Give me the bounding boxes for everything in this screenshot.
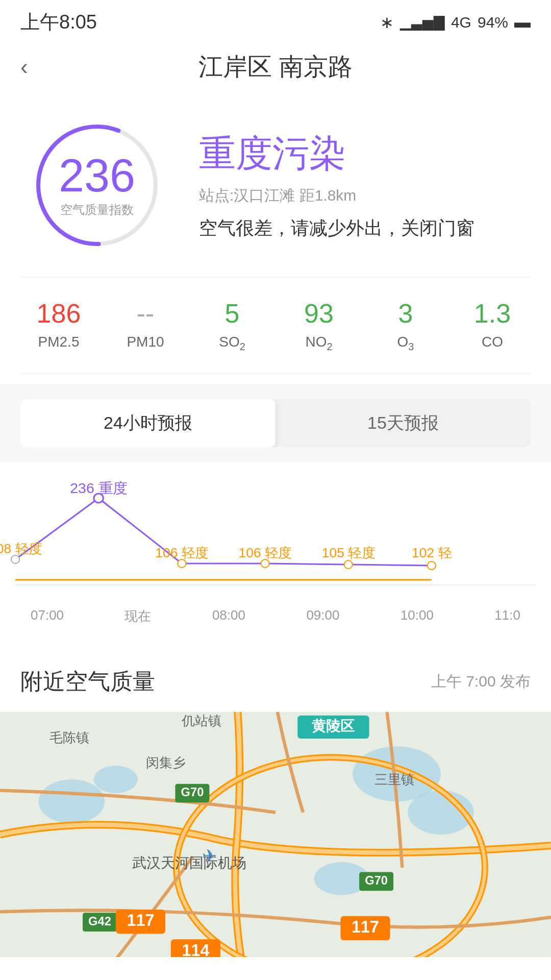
back-button[interactable]: ‹ bbox=[20, 54, 28, 80]
battery-icon: ▬ bbox=[514, 13, 531, 32]
status-icons: ∗ ▁▃▅▇ 4G 94% ▬ bbox=[380, 13, 531, 32]
gauge-center: 236 空气质量指数 bbox=[59, 153, 135, 218]
svg-point-16 bbox=[39, 779, 105, 823]
aqi-card: 236 空气质量指数 重度污染 站点:汉口江滩 距1.8km 空气很差，请减少外… bbox=[0, 99, 551, 277]
o3-label: O3 bbox=[362, 334, 449, 353]
divider-2 bbox=[20, 373, 531, 374]
signal-bars: ▁▃▅▇ bbox=[400, 14, 445, 31]
pm25-value: 186 bbox=[15, 298, 102, 329]
x-label-0800: 08:00 bbox=[212, 607, 245, 625]
o3-value: 3 bbox=[362, 298, 449, 329]
svg-text:106 轻度: 106 轻度 bbox=[239, 545, 292, 560]
svg-text:G42: G42 bbox=[88, 914, 111, 928]
nearby-section: 附近空气质量 上午 7:00 发布 bbox=[0, 646, 551, 957]
pm10-label: PM10 bbox=[102, 334, 189, 350]
svg-text:黄陵区: 黄陵区 bbox=[312, 718, 355, 734]
chart-x-labels: 07:00 现在 08:00 09:00 10:00 11:0 bbox=[15, 607, 536, 625]
no2-label: NO2 bbox=[276, 334, 362, 353]
svg-point-8 bbox=[428, 561, 436, 570]
pollutant-pm10: -- PM10 bbox=[102, 298, 189, 353]
so2-label: SO2 bbox=[189, 334, 276, 353]
svg-text:G70: G70 bbox=[365, 873, 388, 887]
bluetooth-icon: ∗ bbox=[380, 13, 394, 32]
pm25-label: PM2.5 bbox=[15, 334, 102, 350]
svg-text:108 轻度: 108 轻度 bbox=[0, 541, 42, 556]
svg-text:117: 117 bbox=[352, 918, 379, 936]
svg-text:闵集乡: 闵集乡 bbox=[146, 755, 186, 770]
nearby-header: 附近空气质量 上午 7:00 发布 bbox=[0, 667, 551, 712]
svg-text:毛陈镇: 毛陈镇 bbox=[49, 730, 89, 744]
svg-text:105 轻度: 105 轻度 bbox=[322, 545, 375, 560]
battery-percent: 94% bbox=[478, 14, 508, 31]
chart-wrapper: 236 重度 108 轻度 106 轻度 106 轻度 105 轻度 102 轻… bbox=[15, 488, 536, 621]
pollutant-o3: 3 O3 bbox=[362, 298, 449, 353]
x-label-0700: 07:00 bbox=[31, 607, 64, 625]
x-label-1100: 11:0 bbox=[494, 607, 520, 625]
pollutants-row: 186 PM2.5 -- PM10 5 SO2 93 NO2 3 O3 1.3 … bbox=[0, 278, 551, 373]
svg-point-7 bbox=[344, 560, 353, 569]
svg-text:仉站镇: 仉站镇 bbox=[181, 714, 221, 728]
svg-point-5 bbox=[178, 559, 186, 568]
no2-value: 93 bbox=[276, 298, 362, 329]
nearby-publish-time: 上午 7:00 发布 bbox=[431, 671, 531, 692]
svg-point-6 bbox=[261, 559, 269, 568]
aqi-status-text: 重度污染 bbox=[199, 129, 525, 178]
nearby-title: 附近空气质量 bbox=[20, 667, 155, 697]
aqi-value: 236 bbox=[59, 153, 135, 199]
svg-point-17 bbox=[94, 766, 138, 793]
svg-text:117: 117 bbox=[127, 911, 154, 929]
svg-text:236 重度: 236 重度 bbox=[70, 480, 127, 496]
tab-15d[interactable]: 15天预报 bbox=[276, 399, 531, 447]
aqi-info: 重度污染 站点:汉口江滩 距1.8km 空气很差，请减少外出，关闭门窗 bbox=[199, 129, 525, 242]
svg-point-4 bbox=[11, 555, 19, 564]
co-label: CO bbox=[449, 334, 536, 350]
aqi-index-label: 空气质量指数 bbox=[59, 202, 135, 218]
pollutant-no2: 93 NO2 bbox=[276, 298, 362, 353]
svg-text:106 轻度: 106 轻度 bbox=[155, 545, 208, 560]
page-title: 江岸区 南京路 bbox=[198, 51, 352, 83]
status-bar: 上午8:05 ∗ ▁▃▅▇ 4G 94% ▬ bbox=[0, 0, 551, 40]
chart-section: 236 重度 108 轻度 106 轻度 106 轻度 105 轻度 102 轻… bbox=[0, 468, 551, 636]
aqi-station: 站点:汉口江滩 距1.8km bbox=[199, 185, 525, 206]
svg-text:102 轻: 102 轻 bbox=[412, 545, 452, 560]
pollutant-pm25: 186 PM2.5 bbox=[15, 298, 102, 353]
tab-24h[interactable]: 24小时预报 bbox=[20, 399, 276, 447]
svg-text:114: 114 bbox=[182, 941, 209, 957]
so2-value: 5 bbox=[189, 298, 276, 329]
pm10-value: -- bbox=[102, 298, 189, 329]
network-type: 4G bbox=[451, 14, 471, 31]
svg-text:G70: G70 bbox=[181, 785, 204, 799]
x-label-now: 现在 bbox=[124, 607, 151, 625]
pollutant-co: 1.3 CO bbox=[449, 298, 536, 353]
header: ‹ 江岸区 南京路 bbox=[0, 40, 551, 99]
x-label-1000: 10:00 bbox=[400, 607, 434, 625]
x-label-0900: 09:00 bbox=[306, 607, 339, 625]
co-value: 1.3 bbox=[449, 298, 536, 329]
tab-bar: 24小时预报 15天预报 bbox=[20, 399, 531, 447]
aqi-gauge: 236 空气质量指数 bbox=[26, 114, 168, 257]
aqi-advice: 空气很差，请减少外出，关闭门窗 bbox=[199, 214, 525, 242]
pollutant-so2: 5 SO2 bbox=[189, 298, 276, 353]
tab-section: 24小时预报 15天预报 bbox=[0, 384, 551, 462]
map-container[interactable]: ✈ 毛陈镇 仉站镇 闵集乡 三里镇 武汉天河国际机场 黄陵区 G70 G70 G… bbox=[0, 712, 551, 957]
status-time: 上午8:05 bbox=[20, 9, 97, 35]
svg-text:三里镇: 三里镇 bbox=[374, 772, 414, 786]
svg-text:武汉天河国际机场: 武汉天河国际机场 bbox=[132, 854, 246, 870]
